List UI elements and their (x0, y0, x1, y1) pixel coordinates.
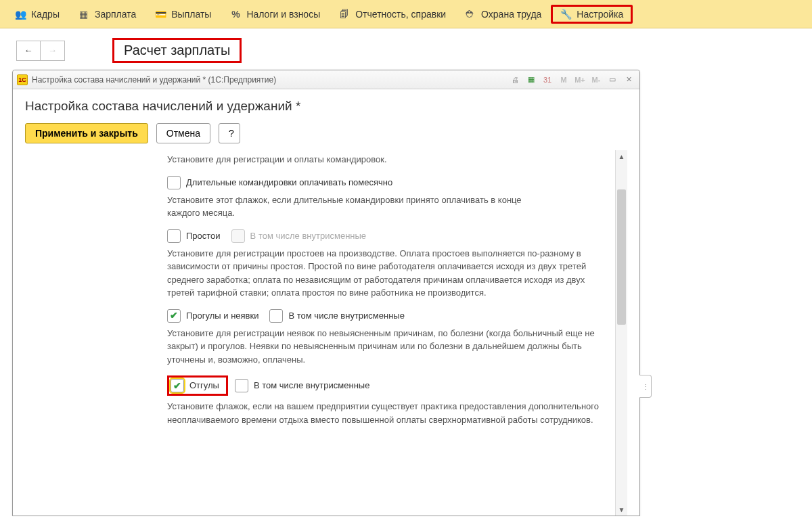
menu-label: Отчетность, справки (355, 9, 446, 20)
hint-long-trips: Установите этот флажок, если длительные … (167, 193, 546, 220)
menu-label: Налоги и взносы (246, 9, 320, 20)
hint-otguly: Установите флажок, если на вашем предпри… (167, 400, 600, 426)
left-gutter (25, 150, 167, 516)
checkbox-proguly-intrashift[interactable] (269, 309, 283, 323)
main-menu: 👥 Кадры ▦ Зарплата 💳 Выплаты % Налоги и … (0, 0, 812, 28)
wrench-icon: 🔧 (560, 9, 571, 20)
checkbox-long-trips[interactable] (167, 176, 181, 189)
menu-label: Кадры (31, 9, 60, 20)
scroll-down-icon[interactable]: ▼ (616, 503, 627, 516)
percent-icon: % (230, 9, 241, 20)
scroll-thumb[interactable] (617, 189, 626, 325)
window-title: Настройка состава начислений и удержаний… (32, 75, 508, 85)
menu-label: Выплаты (171, 9, 211, 20)
hint-prostoi: Установите для регистрации простоев на п… (167, 247, 600, 300)
label-otguly-intrashift: В том числе внутрисменные (254, 379, 369, 392)
otguly-highlight: Отгулы (167, 375, 228, 396)
nav-forward-button[interactable]: → (41, 41, 65, 61)
checkbox-otguly[interactable] (171, 379, 184, 392)
scroll-track[interactable] (616, 162, 627, 503)
row-proguly: Прогулы и неявки В том числе внутрисменн… (167, 309, 611, 323)
checkbox-prostoi-intrashift (231, 229, 245, 243)
action-row: Применить и закрыть Отмена ? (25, 123, 627, 143)
help-button[interactable]: ? (219, 123, 240, 143)
print-icon[interactable]: 🖨 (508, 74, 522, 86)
minimize-button[interactable]: ▭ (606, 74, 619, 86)
label-long-trips: Длительные командировки оплачивать помес… (186, 176, 392, 189)
cancel-button[interactable]: Отмена (156, 123, 210, 143)
app-logo-icon: 1C (17, 74, 28, 85)
nav-back-button[interactable]: ← (16, 41, 41, 61)
menu-label: Зарплата (95, 9, 136, 20)
menu-zarplata[interactable]: ▦ Зарплата (69, 5, 145, 24)
memory-m-button[interactable]: M (557, 74, 570, 86)
calendar-icon[interactable]: 31 (541, 74, 554, 86)
menu-nalogi[interactable]: % Налоги и взносы (221, 5, 330, 24)
window-titlebar: 1C Настройка состава начислений и удержа… (13, 70, 639, 89)
vertical-scrollbar[interactable]: ▲ ▼ (615, 150, 627, 516)
memory-mplus-button[interactable]: M+ (573, 74, 587, 86)
form-title: Настройка состава начислений и удержаний… (25, 99, 627, 114)
calc-icon[interactable]: ▦ (524, 74, 538, 86)
menu-ohrana[interactable]: ⛑ Охрана труда (455, 5, 551, 24)
row-long-trips: Длительные командировки оплачивать помес… (167, 176, 611, 189)
hint-trips: Установите для регистрации и оплаты кома… (167, 153, 611, 166)
menu-nastroika[interactable]: 🔧 Настройка (551, 5, 633, 24)
settings-window: 1C Настройка состава начислений и удержа… (12, 70, 640, 516)
page-title: Расчет зарплаты (124, 43, 230, 58)
arrow-right-icon: → (48, 45, 57, 55)
label-prostoi: Простои (186, 229, 221, 243)
row-otguly: Отгулы В том числе внутрисменные (167, 375, 611, 396)
helmet-icon: ⛑ (465, 9, 476, 20)
label-prostoi-intrashift: В том числе внутрисменные (250, 229, 366, 243)
docs-icon: 🗐 (339, 9, 350, 20)
side-tab-handle[interactable]: ⋮ (639, 375, 652, 398)
hint-proguly: Установите для регистрации неявок по нев… (167, 327, 600, 367)
people-icon: 👥 (15, 9, 26, 20)
checkbox-proguly[interactable] (167, 309, 181, 323)
content-area: Установите для регистрации и оплаты кома… (25, 150, 627, 516)
label-proguly: Прогулы и неявки (186, 309, 258, 323)
nav-row: ← → Расчет зарплаты (0, 28, 812, 70)
menu-label: Настройка (577, 9, 623, 20)
titlebar-icons: 🖨 ▦ 31 M M+ M- ▭ ✕ (508, 74, 635, 86)
window-body: Настройка состава начислений и удержаний… (13, 89, 639, 516)
menu-kadry[interactable]: 👥 Кадры (5, 5, 69, 24)
page-title-highlight: Расчет зарплаты (112, 38, 242, 63)
scroll-up-icon[interactable]: ▲ (616, 150, 627, 162)
close-button[interactable]: ✕ (622, 74, 635, 86)
checkbox-prostoi[interactable] (167, 229, 181, 243)
label-otguly: Отгулы (189, 379, 219, 392)
menu-vyplaty[interactable]: 💳 Выплаты (145, 5, 221, 24)
settings-scroll-pane: Установите для регистрации и оплаты кома… (167, 150, 615, 516)
grid-icon: ▦ (78, 9, 89, 20)
row-prostoi: Простои В том числе внутрисменные (167, 229, 611, 243)
checkbox-otguly-intrashift[interactable] (235, 379, 248, 392)
memory-mminus-button[interactable]: M- (589, 74, 603, 86)
card-icon: 💳 (155, 9, 166, 20)
label-proguly-intrashift: В том числе внутрисменные (288, 309, 404, 323)
apply-close-button[interactable]: Применить и закрыть (25, 123, 148, 143)
arrow-left-icon: ← (24, 45, 33, 55)
menu-otchet[interactable]: 🗐 Отчетность, справки (330, 5, 455, 24)
menu-label: Охрана труда (481, 9, 541, 20)
